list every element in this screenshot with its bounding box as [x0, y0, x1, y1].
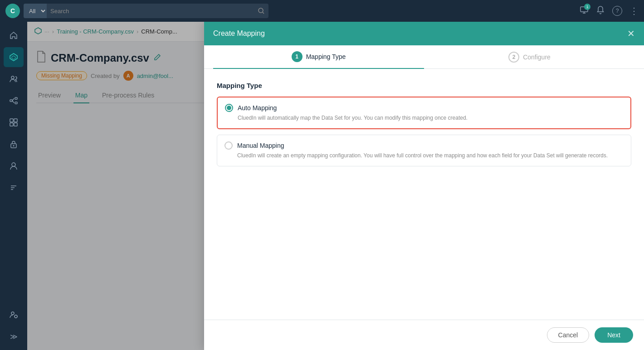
stepper-label-2: Configure: [523, 53, 551, 61]
svg-rect-14: [14, 119, 17, 122]
svg-point-7: [11, 76, 14, 79]
lock-icon: [9, 140, 18, 149]
search-button[interactable]: [254, 4, 268, 18]
sidebar-item-users[interactable]: [4, 69, 24, 89]
manual-mapping-description: CluedIn will create an empty mapping con…: [237, 151, 624, 160]
help-icon[interactable]: ?: [612, 6, 622, 16]
app-body: ≫ ··· › Training - CRM-Company.csv › CRM…: [0, 22, 644, 350]
main-content: ··· › Training - CRM-Company.csv › CRM-C…: [27, 22, 644, 350]
graph-icon: [9, 118, 18, 127]
users-icon: [9, 74, 18, 83]
app-logo[interactable]: C: [5, 4, 20, 18]
more-menu-icon[interactable]: ⋮: [629, 5, 639, 16]
user-settings-icon: [9, 310, 18, 319]
svg-line-11: [12, 98, 14, 101]
svg-rect-10: [15, 102, 17, 104]
auto-mapping-radio[interactable]: [225, 104, 233, 112]
sidebar-item-lock[interactable]: [4, 134, 24, 154]
stepper-num-1: 1: [292, 51, 302, 62]
sidebar-item-graph[interactable]: [4, 112, 24, 132]
svg-point-19: [12, 163, 15, 166]
sidebar: ≫: [0, 22, 27, 350]
modal-close-button[interactable]: ✕: [627, 28, 635, 39]
sidebar-item-expand[interactable]: ≫: [4, 326, 24, 346]
auto-mapping-description: CluedIn will automatically map the Data …: [238, 114, 623, 122]
search-input[interactable]: [47, 4, 254, 18]
stepper-num-2: 2: [508, 52, 519, 63]
search-scope-select[interactable]: All: [24, 4, 47, 18]
modal-title: Create Mapping: [213, 29, 627, 38]
top-bar-actions: 1 ? ⋮: [580, 5, 639, 17]
next-button[interactable]: Next: [595, 327, 633, 343]
cancel-button[interactable]: Cancel: [547, 327, 590, 343]
svg-line-12: [12, 101, 14, 103]
svg-rect-9: [15, 97, 17, 99]
svg-point-24: [15, 315, 17, 318]
create-mapping-modal: Create Mapping ✕ 1 Mapping Type 2 Config…: [204, 22, 644, 350]
svg-line-1: [263, 12, 264, 14]
svg-rect-16: [14, 123, 17, 126]
sidebar-item-home[interactable]: [4, 25, 24, 45]
svg-rect-15: [10, 123, 13, 126]
mapping-type-section-title: Mapping Type: [217, 82, 631, 89]
manual-mapping-option[interactable]: Manual Mapping CluedIn will create an em…: [217, 135, 631, 166]
svg-point-18: [13, 145, 15, 146]
integrations-icon: [9, 96, 18, 105]
svg-marker-5: [10, 53, 17, 61]
svg-rect-8: [10, 100, 12, 102]
monitor-badge: 1: [584, 4, 590, 10]
data-icon: [9, 53, 18, 62]
modal-header: Create Mapping ✕: [204, 22, 644, 45]
filter-icon: [9, 183, 18, 192]
modal-footer: Cancel Next: [204, 320, 644, 350]
modal-stepper: 1 Mapping Type 2 Configure: [204, 45, 644, 69]
sidebar-item-filter[interactable]: [4, 178, 24, 198]
manual-mapping-label: Manual Mapping: [237, 142, 284, 149]
monitor-icon[interactable]: 1: [580, 5, 589, 17]
sidebar-item-person[interactable]: [4, 156, 24, 176]
svg-marker-6: [12, 56, 15, 59]
auto-mapping-label: Auto Mapping: [238, 104, 277, 112]
svg-point-0: [259, 8, 263, 13]
search-icon: [258, 8, 264, 14]
home-icon: [9, 31, 18, 40]
svg-point-23: [11, 312, 14, 315]
sidebar-item-data[interactable]: [4, 47, 24, 67]
bell-icon[interactable]: [596, 5, 605, 17]
search-container: All: [24, 4, 268, 18]
auto-mapping-option[interactable]: Auto Mapping CluedIn will automatically …: [217, 97, 631, 129]
stepper-item-configure[interactable]: 2 Configure: [424, 45, 635, 68]
modal-body: Mapping Type Auto Mapping CluedIn will a…: [204, 69, 644, 320]
stepper-label-1: Mapping Type: [306, 53, 346, 60]
top-bar: C All 1 ? ⋮: [0, 0, 644, 22]
manual-mapping-radio[interactable]: [224, 141, 233, 150]
sidebar-item-integrations[interactable]: [4, 91, 24, 111]
person-icon: [9, 161, 18, 170]
svg-rect-13: [10, 119, 13, 122]
sidebar-item-user-settings[interactable]: [4, 305, 24, 325]
stepper-item-mapping-type[interactable]: 1 Mapping Type: [213, 46, 424, 69]
